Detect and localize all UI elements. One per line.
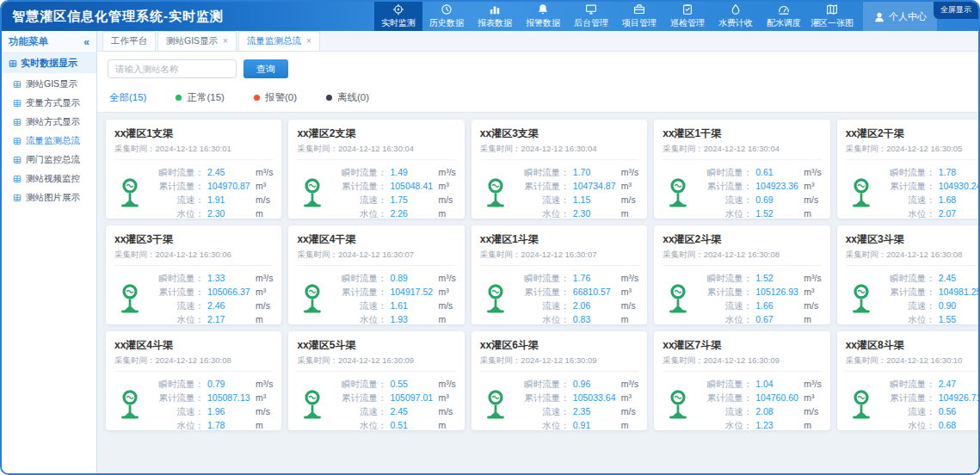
nav-item-district-map[interactable]: 灌区一张图 (808, 2, 856, 31)
station-card[interactable]: xx灌区4干渠采集时间：2024-12-12 16:30:07瞬时流量：0.89… (288, 225, 464, 324)
sidebar-item-station-display[interactable]: 测站方式显示 (2, 113, 96, 132)
card-body: 瞬时流量：1.70m³/s累计流量：104734.87m³流速：1.15m/s水… (480, 165, 638, 220)
station-card[interactable]: xx灌区7斗渠采集时间：2024-12-12 16:30:09瞬时流量：1.04… (654, 331, 829, 430)
field-row: 瞬时流量：2.45m³/s (151, 165, 273, 179)
tab-flow-monitor[interactable]: 流量监测总流× (238, 31, 320, 51)
sidebar-item-flow-monitor-total[interactable]: 流量监测总流 (2, 132, 96, 151)
field-unit: m³/s (436, 165, 455, 179)
station-name: xx灌区3干渠 (114, 232, 273, 247)
status-dot-offline (326, 95, 332, 101)
card-body: 瞬时流量：1.76m³/s累计流量：66810.57m³流速：2.06m/s水位… (480, 271, 638, 326)
field-list: 瞬时流量：0.61m³/s累计流量：104923.36m³流速：0.69m/s水… (699, 165, 821, 220)
search-button[interactable]: 查询 (243, 59, 288, 78)
profile-button[interactable]: 个人中心 (863, 2, 937, 31)
nav-item-patrol-mgmt[interactable]: 巡检管理 (663, 2, 712, 31)
sidebar-section-realtime[interactable]: 实时数据显示 (2, 53, 96, 73)
flow-station-icon (480, 281, 511, 316)
station-card[interactable]: xx灌区3干渠采集时间：2024-12-12 16:30:06瞬时流量：1.33… (106, 225, 281, 324)
field-label: 水位： (699, 418, 752, 432)
field-label: 瞬时流量： (882, 271, 935, 285)
sidebar-item-station-image[interactable]: 测站图片展示 (2, 188, 96, 207)
station-card[interactable]: xx灌区1支渠采集时间：2024-12-12 16:30:01瞬时流量：2.45… (106, 120, 281, 219)
station-card[interactable]: xx灌区4斗渠采集时间：2024-12-12 16:30:08瞬时流量：0.79… (106, 331, 281, 430)
flow-station-icon (663, 387, 693, 422)
station-card[interactable]: xx灌区1干渠采集时间：2024-12-12 16:30:04瞬时流量：0.61… (654, 120, 829, 219)
nav-item-report-data[interactable]: 报表数据 (471, 2, 519, 31)
flow-station-icon (846, 281, 877, 316)
station-search-input[interactable] (108, 59, 237, 78)
close-icon[interactable]: × (306, 37, 311, 46)
field-unit: m³/s (802, 165, 821, 179)
fullscreen-button[interactable]: 全屏显示 (934, 2, 978, 19)
sidebar-item-variable-display[interactable]: 变量方式显示 (2, 94, 96, 113)
field-value: 104923.36 (752, 179, 802, 193)
station-name: xx灌区2干渠 (846, 126, 978, 141)
field-row: 水位：1.23m (699, 418, 821, 432)
nav-item-backend-admin[interactable]: 后台管理 (567, 2, 615, 31)
field-label: 累计流量： (699, 391, 752, 404)
station-card[interactable]: xx灌区2斗渠采集时间：2024-12-12 16:30:08瞬时流量：1.52… (654, 225, 829, 324)
card-body: 瞬时流量：2.45m³/s累计流量：104970.87m³流速：1.91m/s水… (114, 165, 273, 220)
nav-item-label: 巡检管理 (670, 17, 705, 29)
nav-item-project-mgmt[interactable]: 项目管理 (615, 2, 663, 31)
field-value: 2.35 (570, 404, 619, 418)
sidebar-item-gate-monitor-total[interactable]: 闸门监控总流 (2, 151, 96, 170)
field-value: 0.91 (570, 418, 619, 432)
station-card[interactable]: xx灌区3斗渠采集时间：2024-12-12 16:30:08瞬时流量：2.45… (837, 225, 978, 324)
filter-offline[interactable]: 离线(0) (326, 91, 369, 104)
station-card[interactable]: xx灌区2干渠采集时间：2024-12-12 16:30:05瞬时流量：1.78… (837, 120, 978, 219)
station-card[interactable]: xx灌区8斗渠采集时间：2024-12-12 16:30:10瞬时流量：2.47… (837, 331, 978, 430)
field-row: 水位：1.78m (151, 418, 273, 432)
field-value: 104930.24 (935, 179, 978, 193)
field-row: 瞬时流量：0.55m³/s (333, 377, 455, 391)
station-name: xx灌区4斗渠 (114, 338, 273, 353)
field-row: 流速：0.69m/s (699, 193, 821, 207)
sidebar-item-label: 测站视频监控 (26, 173, 80, 185)
field-list: 瞬时流量：1.76m³/s累计流量：66810.57m³流速：2.06m/s水位… (516, 271, 638, 326)
station-name: xx灌区3支渠 (480, 126, 638, 141)
field-row: 水位：0.83m (516, 312, 638, 326)
nav-item-realtime-monitor[interactable]: 实时监测 (374, 2, 422, 31)
sidebar-item-label: 变量方式显示 (26, 97, 80, 109)
field-value: 1.70 (570, 165, 619, 179)
nav-item-water-dispatch[interactable]: 配水调度 (760, 2, 808, 31)
field-value: 104981.25 (935, 285, 978, 299)
field-label: 累计流量： (882, 391, 935, 404)
field-label: 水位： (699, 207, 752, 220)
field-value: 0.83 (570, 312, 619, 326)
sidebar-item-station-gis-display[interactable]: 测站GIS显示 (2, 75, 96, 94)
nav-item-water-fee[interactable]: 水费计收 (712, 2, 760, 31)
filter-normal[interactable]: 正常(15) (176, 91, 224, 104)
nav-item-history-data[interactable]: 历史数据 (422, 2, 471, 31)
top-nav: 实时监测历史数据报表数据报警数据后台管理项目管理巡检管理水费计收配水调度灌区一张… (374, 2, 856, 31)
nav-item-alarm-data[interactable]: 报警数据 (519, 2, 567, 31)
tab-station-gis[interactable]: 测站GIS显示× (157, 31, 237, 51)
station-card[interactable]: xx灌区1斗渠采集时间：2024-12-12 16:30:07瞬时流量：1.76… (472, 225, 647, 324)
field-row: 水位：2.30m (516, 207, 638, 220)
field-label: 水位： (333, 418, 386, 432)
station-card[interactable]: xx灌区5斗渠采集时间：2024-12-12 16:30:09瞬时流量：0.55… (288, 331, 464, 430)
filter-alarm[interactable]: 报警(0) (254, 91, 297, 104)
field-unit: m/s (802, 193, 818, 207)
station-name: xx灌区4干渠 (297, 232, 455, 247)
filter-all[interactable]: 全部(15) (109, 91, 146, 104)
sidebar-item-station-video[interactable]: 测站视频监控 (2, 170, 96, 188)
field-row: 累计流量：105066.37m³ (151, 285, 273, 299)
field-row: 累计流量：104930.24m³ (882, 179, 978, 193)
field-row: 瞬时流量：1.33m³/s (151, 271, 273, 285)
field-value: 2.06 (570, 299, 619, 312)
admin-icon (585, 3, 597, 15)
station-card[interactable]: xx灌区6斗渠采集时间：2024-12-12 16:30:09瞬时流量：0.96… (472, 331, 647, 430)
station-card[interactable]: xx灌区2支渠采集时间：2024-12-12 16:30:04瞬时流量：1.49… (288, 120, 464, 219)
field-value: 105048.41 (386, 179, 436, 193)
card-body: 瞬时流量：0.96m³/s累计流量：105033.64m³流速：2.35m/s水… (480, 377, 638, 432)
collapse-sidebar-icon[interactable]: « (83, 36, 89, 48)
station-card[interactable]: xx灌区3支渠采集时间：2024-12-12 16:30:04瞬时流量：1.70… (472, 120, 647, 219)
project-icon (633, 3, 645, 15)
field-value: 1.93 (386, 312, 436, 326)
field-unit: m/s (802, 299, 818, 312)
tab-workbench[interactable]: 工作平台 (102, 31, 156, 51)
field-row: 流速：2.45m/s (333, 404, 455, 418)
station-name: xx灌区2斗渠 (663, 232, 821, 247)
close-icon[interactable]: × (223, 37, 228, 46)
